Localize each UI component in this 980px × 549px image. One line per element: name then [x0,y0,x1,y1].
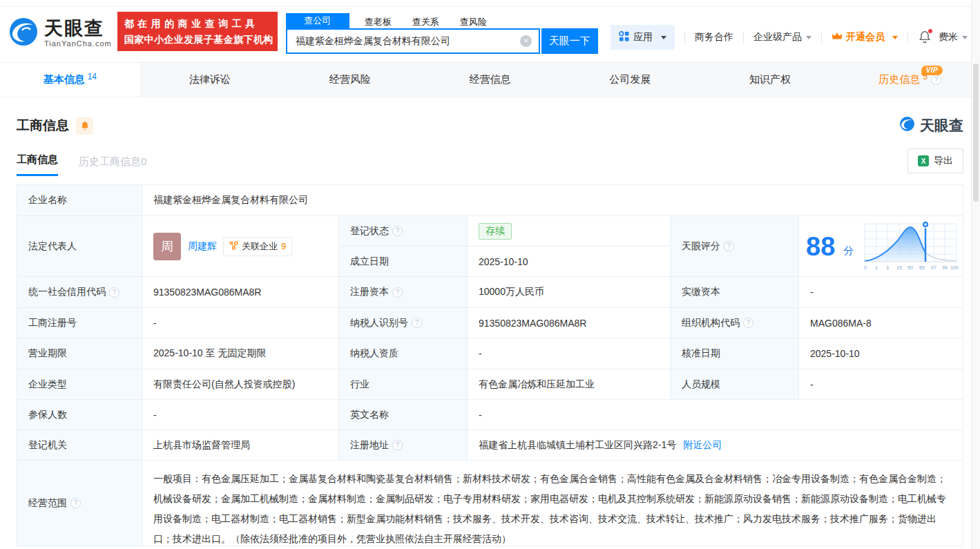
value-text: 上杭县市场监督管理局 [153,439,250,452]
help-icon[interactable] [392,287,403,298]
notification-bell-icon[interactable] [918,30,932,46]
nearby-companies-link[interactable]: 附近公司 [683,439,722,452]
tab-company-development[interactable]: 公司发展 [560,63,700,97]
label-text: 营业期限 [28,347,67,360]
field-label-business-term: 营业期限 [17,338,142,369]
help-icon[interactable] [743,318,753,328]
search-input[interactable] [287,30,539,52]
logo-text: 天眼查 TianYanCha.com [44,19,112,48]
notification-dot [928,28,933,34]
avatar[interactable]: 周 [153,233,181,260]
page: 天眼查 TianYanCha.com 都在用的商业查询工具 国家中小企业发展子基… [0,0,980,549]
divider [743,32,744,43]
top-nav: 应用 商务合作 企业级产品 开通会员 [611,25,968,50]
value-text: 2025-10-10 [810,348,860,359]
field-value-reg-address: 福建省上杭县临城镇土埔村工业区同兴路2-1号 附近公司 [468,430,963,461]
crown-icon [832,32,843,43]
nav-enterprise[interactable]: 企业级产品 [753,31,811,44]
user-menu[interactable]: 费米 [939,31,968,44]
subscribe-bell-icon[interactable] [76,117,93,135]
svg-text:100: 100 [950,265,959,270]
related-count: 9 [281,241,286,251]
help-icon[interactable] [724,241,734,251]
related-companies-badge[interactable]: 关联企业 9 [223,237,292,256]
search-tabs: 查公司 查老板 查关系 查风险 [286,13,598,28]
logo[interactable]: 天眼查 TianYanCha.com [7,15,112,51]
tab-count: 14 [88,72,97,81]
label-text: 注册地址 [350,439,389,452]
search-box [286,28,540,54]
field-value-company-name: 福建紫金桓烨金属复合材料有限公司 [142,185,963,216]
score-distribution-chart: 0 1 3 15 50 85 97 99 100 [861,218,959,274]
field-value-taxpayer-id: 91350823MAG086MA8R [468,308,671,338]
excel-icon [918,155,929,166]
label-text: 注册资本 [350,286,389,298]
subtab-history-business-info[interactable]: 历史工商信息0 [79,155,146,176]
tab-operation-risk[interactable]: 经营风险 [280,63,420,97]
search-tab-relation[interactable]: 查关系 [412,16,439,28]
tianyancha-eye-icon [899,115,916,136]
help-icon[interactable] [412,318,422,328]
nav-cooperation[interactable]: 商务合作 [695,31,733,44]
field-label-insured-count: 参保人数 [17,400,142,430]
clear-icon[interactable] [520,35,532,47]
search-tab-risk[interactable]: 查风险 [460,16,487,28]
tab-legal[interactable]: 法律诉讼 [140,63,280,97]
field-value-industry: 有色金属冶炼和压延加工业 [468,369,671,400]
svg-text:50: 50 [907,265,913,270]
label-text: 行业 [350,378,369,391]
help-icon[interactable] [931,75,941,85]
value-text: MAG086MA-8 [810,318,872,329]
help-icon[interactable] [70,498,81,508]
field-value-paid-capital: - [799,277,963,308]
field-value-reg-status: 存续 [468,216,671,247]
label-text: 法定代表人 [28,240,77,253]
field-value-reg-capital: 10000万人民币 [468,277,671,308]
help-icon[interactable] [392,226,403,236]
tab-intellectual-property[interactable]: 知识产权 [700,63,840,97]
value-text: 2025-10-10 至 无固定期限 [153,347,266,360]
chevron-down-icon [892,36,898,39]
help-icon[interactable] [392,440,403,450]
export-button[interactable]: 导出 [907,148,963,173]
search-tab-company[interactable]: 查公司 [286,13,349,28]
value-text: 91350823MAG086MA8R [153,287,261,298]
field-label-industry: 行业 [339,369,468,400]
svg-text:15: 15 [896,265,902,270]
search-button[interactable]: 天眼一下 [541,28,598,54]
value-text: 91350823MAG086MA8R [479,318,586,329]
field-label-establish-date: 成立日期 [339,247,468,277]
export-label: 导出 [934,155,953,167]
tab-operation-info[interactable]: 经营信息 [420,63,560,97]
field-value-taxpayer-qualification: - [468,338,671,369]
tab-history-info[interactable]: VIP 历史信息 5 [840,63,980,97]
subtab-business-info[interactable]: 工商信息 [17,153,58,176]
apps-button[interactable]: 应用 [611,25,675,50]
nav-vip[interactable]: 开通会员 [832,31,898,44]
divider [907,32,908,43]
value-text: - [810,379,814,390]
tab-label: 公司发展 [609,73,651,86]
search-tab-boss[interactable]: 查老板 [365,16,392,28]
field-label-company-type: 企业类型 [17,369,142,400]
field-value-reg-number: - [142,308,339,338]
field-value-business-scope: 一般项目：有色金属压延加工；金属基复合材料和陶瓷基复合材料销售；新材料技术研发；… [142,461,963,546]
tab-basic-info[interactable]: 基本信息 14 [0,63,140,97]
legal-rep-link[interactable]: 周建辉 [188,240,217,253]
scrollbar[interactable] [971,0,980,549]
business-info-table: 企业名称 福建紫金桓烨金属复合材料有限公司 法定代表人 周 周建辉 [17,184,963,546]
value-text: 10000万人民币 [479,286,544,298]
label-text: 组织机构代码 [682,317,740,329]
section-header: 工商信息 天眼查 [17,115,963,136]
label-text: 登记机关 [28,439,67,452]
field-label-score: 天眼评分 [671,216,799,277]
svg-text:3: 3 [886,265,889,270]
divider [684,32,685,43]
scrollbar-thumb[interactable] [973,64,979,202]
tab-label: 经营信息 [470,73,511,86]
svg-text:0: 0 [864,265,867,270]
field-value-org-code: MAG086MA-8 [799,308,963,338]
brand-name: 天眼查 [44,19,112,39]
help-icon[interactable] [109,287,119,298]
label-text: 工商注册号 [28,317,77,329]
